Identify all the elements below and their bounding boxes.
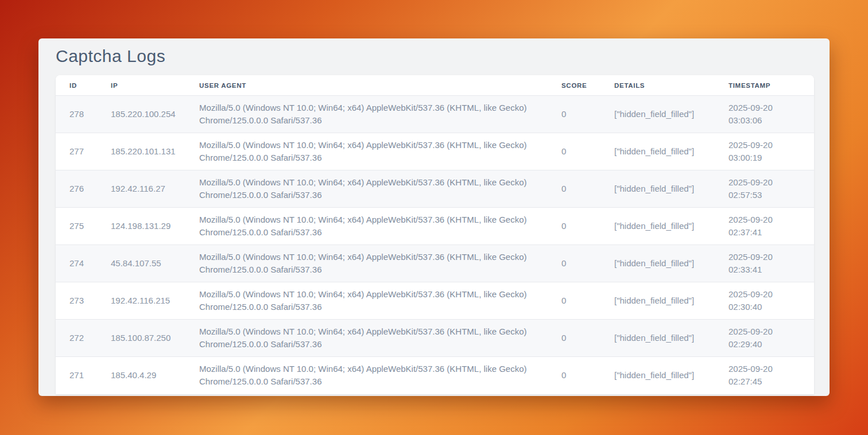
cell-details: ["hidden_field_filled"] (605, 170, 719, 208)
table-body: 278 185.220.100.254 Mozilla/5.0 (Windows… (56, 96, 814, 394)
cell-score: 0 (552, 320, 605, 357)
cell-id: 271 (56, 357, 102, 394)
cell-score: 0 (552, 170, 605, 208)
cell-ip: 124.198.131.29 (102, 208, 190, 245)
page-background: { "page": { "title": "Captcha Logs" }, "… (0, 0, 868, 435)
cell-user-agent: Mozilla/5.0 (Windows NT 10.0; Win64; x64… (190, 357, 552, 394)
table-row: 278 185.220.100.254 Mozilla/5.0 (Windows… (56, 96, 814, 133)
cell-ip: 185.100.87.250 (102, 320, 190, 357)
cell-id: 276 (56, 170, 102, 208)
logs-table-panel: ID IP USER AGENT SCORE DETAILS TIMESTAMP… (56, 75, 814, 394)
logs-table: ID IP USER AGENT SCORE DETAILS TIMESTAMP… (56, 75, 814, 394)
cell-user-agent: Mozilla/5.0 (Windows NT 10.0; Win64; x64… (190, 96, 552, 133)
cell-details: ["hidden_field_filled"] (605, 357, 719, 394)
cell-user-agent: Mozilla/5.0 (Windows NT 10.0; Win64; x64… (190, 282, 552, 320)
page-title: Captcha Logs (56, 46, 165, 66)
table-row: 273 192.42.116.215 Mozilla/5.0 (Windows … (56, 282, 814, 320)
cell-score: 0 (552, 282, 605, 320)
cell-user-agent: Mozilla/5.0 (Windows NT 10.0; Win64; x64… (190, 170, 552, 208)
cell-user-agent: Mozilla/5.0 (Windows NT 10.0; Win64; x64… (190, 245, 552, 282)
cell-details: ["hidden_field_filled"] (605, 96, 719, 133)
cell-timestamp: 2025-09-20 02:57:53 (719, 170, 814, 208)
cell-details: ["hidden_field_filled"] (605, 320, 719, 357)
cell-id: 272 (56, 320, 102, 357)
cell-score: 0 (552, 245, 605, 282)
column-header-ip: IP (102, 75, 190, 96)
cell-id: 278 (56, 96, 102, 133)
cell-ip: 192.42.116.27 (102, 170, 190, 208)
column-header-id: ID (56, 75, 102, 96)
captcha-logs-card: Captcha Logs ID IP USER AGENT SCORE DETA… (38, 38, 830, 396)
cell-timestamp: 2025-09-20 02:30:40 (719, 282, 814, 320)
cell-timestamp: 2025-09-20 02:27:45 (719, 357, 814, 394)
cell-id: 277 (56, 133, 102, 170)
cell-ip: 45.84.107.55 (102, 245, 190, 282)
table-header: ID IP USER AGENT SCORE DETAILS TIMESTAMP (56, 75, 814, 96)
cell-ip: 185.220.101.131 (102, 133, 190, 170)
table-row: 272 185.100.87.250 Mozilla/5.0 (Windows … (56, 320, 814, 357)
column-header-details: DETAILS (605, 75, 719, 96)
cell-ip: 185.40.4.29 (102, 357, 190, 394)
cell-details: ["hidden_field_filled"] (605, 282, 719, 320)
cell-ip: 185.220.100.254 (102, 96, 190, 133)
cell-timestamp: 2025-09-20 03:00:19 (719, 133, 814, 170)
cell-timestamp: 2025-09-20 03:03:06 (719, 96, 814, 133)
column-header-timestamp: TIMESTAMP (719, 75, 814, 96)
cell-details: ["hidden_field_filled"] (605, 133, 719, 170)
cell-id: 274 (56, 245, 102, 282)
cell-score: 0 (552, 96, 605, 133)
table-row: 277 185.220.101.131 Mozilla/5.0 (Windows… (56, 133, 814, 170)
cell-timestamp: 2025-09-20 02:37:41 (719, 208, 814, 245)
cell-user-agent: Mozilla/5.0 (Windows NT 10.0; Win64; x64… (190, 208, 552, 245)
cell-details: ["hidden_field_filled"] (605, 208, 719, 245)
table-row: 271 185.40.4.29 Mozilla/5.0 (Windows NT … (56, 357, 814, 394)
cell-ip: 192.42.116.215 (102, 282, 190, 320)
table-row: 275 124.198.131.29 Mozilla/5.0 (Windows … (56, 208, 814, 245)
column-header-user-agent: USER AGENT (190, 75, 552, 96)
cell-score: 0 (552, 208, 605, 245)
cell-timestamp: 2025-09-20 02:33:41 (719, 245, 814, 282)
cell-user-agent: Mozilla/5.0 (Windows NT 10.0; Win64; x64… (190, 320, 552, 357)
cell-user-agent: Mozilla/5.0 (Windows NT 10.0; Win64; x64… (190, 133, 552, 170)
cell-details: ["hidden_field_filled"] (605, 245, 719, 282)
table-row: 274 45.84.107.55 Mozilla/5.0 (Windows NT… (56, 245, 814, 282)
cell-id: 273 (56, 282, 102, 320)
cell-id: 275 (56, 208, 102, 245)
cell-timestamp: 2025-09-20 02:29:40 (719, 320, 814, 357)
table-row: 276 192.42.116.27 Mozilla/5.0 (Windows N… (56, 170, 814, 208)
column-header-score: SCORE (552, 75, 605, 96)
cell-score: 0 (552, 133, 605, 170)
cell-score: 0 (552, 357, 605, 394)
